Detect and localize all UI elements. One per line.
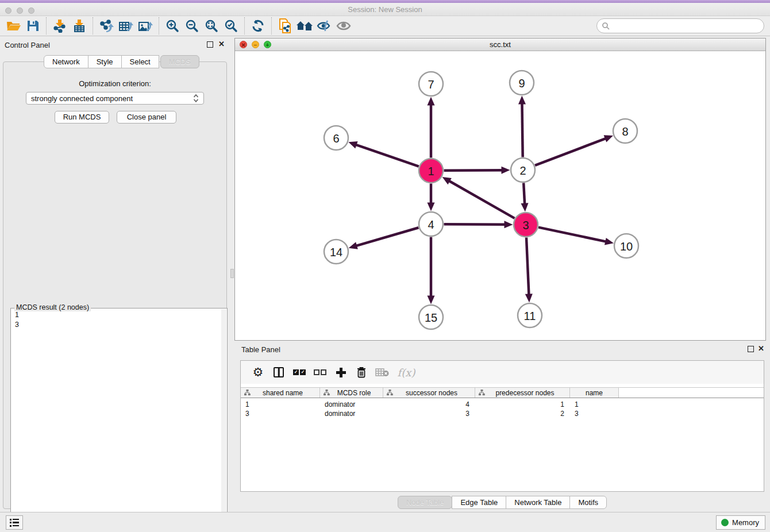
optimization-criterion-label: Optimization criterion: xyxy=(3,79,226,88)
tab-network[interactable]: Network xyxy=(44,55,88,68)
graph-edge-3-10[interactable] xyxy=(538,228,607,242)
graph-edge-2-9[interactable] xyxy=(522,102,522,157)
delete-table-icon xyxy=(375,367,389,377)
cell-mcds-role[interactable]: dominator xyxy=(320,409,383,418)
search-icon xyxy=(602,22,610,30)
toolbar-separator xyxy=(244,17,245,34)
search-field[interactable] xyxy=(596,18,764,33)
edge-arrowhead xyxy=(518,96,526,105)
run-mcds-button[interactable]: Run MCDS xyxy=(55,111,109,124)
graph-edge-2-3[interactable] xyxy=(523,183,525,205)
control-panel-title: Control Panel xyxy=(5,41,50,49)
table-header-row: shared name MCDS role successor nodes pr… xyxy=(241,387,764,398)
vertical-split-grip[interactable] xyxy=(230,269,234,278)
column-header-mcds-role[interactable]: MCDS role xyxy=(320,388,383,398)
node-label: 7 xyxy=(428,78,434,91)
graph-edge-1-2[interactable] xyxy=(444,170,503,171)
table-row[interactable]: 1 dominator 4 1 1 xyxy=(241,400,764,409)
network-canvas[interactable]: 7968124314101511 xyxy=(235,51,765,340)
cell-name[interactable]: 3 xyxy=(570,409,619,418)
delete-row-button[interactable] xyxy=(351,364,372,381)
floppy-disk-icon xyxy=(26,20,39,32)
tab-network-table[interactable]: Network Table xyxy=(506,496,570,509)
graph-edge-3-1[interactable] xyxy=(448,180,514,218)
result-scrollbar[interactable] xyxy=(221,309,226,525)
tab-select[interactable]: Select xyxy=(121,55,159,68)
refresh-icon xyxy=(251,19,265,33)
cell-shared-name[interactable]: 3 xyxy=(241,409,320,418)
mcds-result-box[interactable]: MCDS result (2 nodes) 1 3 xyxy=(10,308,228,526)
cell-predecessor-nodes[interactable]: 2 xyxy=(475,409,570,418)
node-label: 15 xyxy=(425,311,437,324)
float-panel-icon[interactable] xyxy=(207,41,213,48)
column-header-shared-name[interactable]: shared name xyxy=(241,388,320,398)
mcds-tab-pane: Optimization criterion: strongly connect… xyxy=(3,61,227,509)
zoom-out-icon xyxy=(185,19,199,33)
edge-arrowhead xyxy=(521,203,529,211)
network-view-window: ✕ − + scc.txt 7968124314101511 xyxy=(234,38,766,341)
plus-icon xyxy=(336,368,346,377)
optimization-criterion-select[interactable]: strongly connected component xyxy=(26,92,204,105)
close-panel-icon[interactable]: ✕ xyxy=(218,40,225,48)
column-header-successor-nodes[interactable]: successor nodes xyxy=(383,388,475,398)
refresh-button[interactable] xyxy=(248,17,268,34)
tab-mcds[interactable]: MCDS xyxy=(160,55,199,68)
export-image-button[interactable] xyxy=(136,17,155,34)
zoom-out-button[interactable] xyxy=(182,17,202,34)
result-line: 3 xyxy=(15,320,19,330)
toolbar-separator xyxy=(46,17,47,34)
tab-motifs[interactable]: Motifs xyxy=(569,496,607,509)
column-settings-button[interactable]: ⚙ xyxy=(248,364,268,381)
show-view-button[interactable] xyxy=(334,17,353,34)
graph-edge-1-6[interactable] xyxy=(355,144,419,166)
select-all-button[interactable]: ✓✓ xyxy=(289,364,310,381)
memory-status-icon xyxy=(721,519,729,526)
graph-edge-2-8[interactable] xyxy=(535,138,607,165)
cell-shared-name[interactable]: 1 xyxy=(241,400,320,409)
graph-edge-4-14[interactable] xyxy=(355,228,418,246)
node-table-container: ⚙ ✓✓ xyxy=(240,360,764,492)
zoom-selected-button[interactable] xyxy=(221,17,241,34)
home-networks-button[interactable] xyxy=(295,17,314,34)
close-table-panel-icon[interactable]: ✕ xyxy=(758,344,764,353)
network-graph[interactable]: 7968124314101511 xyxy=(235,51,765,340)
zoom-fit-button[interactable] xyxy=(202,17,221,34)
close-panel-button[interactable]: Close panel xyxy=(117,111,176,124)
import-network-button[interactable] xyxy=(50,17,70,34)
cell-name[interactable]: 1 xyxy=(570,400,619,409)
column-header-name[interactable]: name xyxy=(570,388,619,398)
save-session-button[interactable] xyxy=(23,17,43,34)
memory-label: Memory xyxy=(732,518,759,527)
delete-table-button[interactable] xyxy=(372,364,392,381)
tab-edge-table[interactable]: Edge Table xyxy=(452,496,506,509)
add-row-button[interactable] xyxy=(330,364,351,381)
graph-edge-3-11[interactable] xyxy=(526,237,529,295)
deselect-all-button[interactable] xyxy=(310,364,330,381)
export-table-button[interactable] xyxy=(116,17,136,34)
main-toolbar xyxy=(0,16,770,36)
cell-mcds-role[interactable]: dominator xyxy=(320,400,383,409)
memory-button[interactable]: Memory xyxy=(716,515,765,530)
cell-successor-nodes[interactable]: 3 xyxy=(383,409,475,418)
open-session-button[interactable] xyxy=(3,17,23,34)
graph-edge-4-3[interactable] xyxy=(444,224,506,225)
search-input[interactable] xyxy=(610,20,764,32)
split-view-button[interactable] xyxy=(268,364,289,381)
network-window-titlebar[interactable]: ✕ − + scc.txt xyxy=(235,38,765,51)
import-table-button[interactable] xyxy=(70,17,89,34)
tab-node-table[interactable]: Node Table xyxy=(398,496,453,509)
zoom-in-button[interactable] xyxy=(163,17,182,34)
duplicate-network-button[interactable] xyxy=(275,17,295,34)
export-network-button[interactable] xyxy=(97,17,116,34)
function-builder-button[interactable]: f(x) xyxy=(392,364,420,381)
tab-style[interactable]: Style xyxy=(88,55,122,68)
hide-details-button[interactable] xyxy=(314,17,334,34)
table-row[interactable]: 3 dominator 3 2 3 xyxy=(241,409,764,418)
float-table-panel-icon[interactable] xyxy=(748,346,754,352)
column-header-predecessor-nodes[interactable]: predecessor nodes xyxy=(475,388,570,398)
hierarchy-icon xyxy=(479,390,485,396)
task-history-button[interactable] xyxy=(6,515,23,530)
node-label: 9 xyxy=(518,77,525,90)
cell-successor-nodes[interactable]: 4 xyxy=(383,400,475,409)
cell-predecessor-nodes[interactable]: 1 xyxy=(475,400,570,409)
